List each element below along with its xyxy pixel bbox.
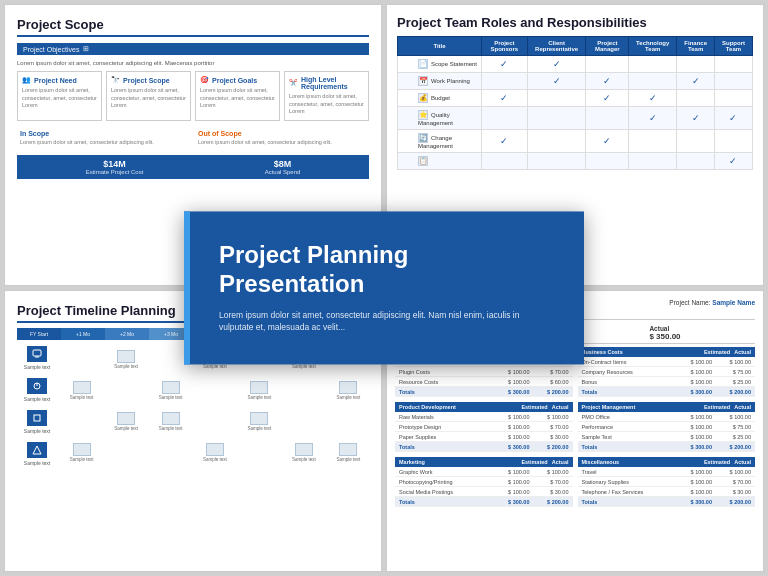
roles-cell-3-1 <box>527 107 586 130</box>
roles-cell-2-5 <box>714 90 752 107</box>
budget-row-4-0: Graphic Work$ 100.00$ 100.00 <box>395 467 573 477</box>
scope-box-need: 👥 Project Need Lorem ipsum dolor sit ame… <box>17 71 102 121</box>
roles-cell-5-2 <box>586 153 629 170</box>
roles-cell-2-3: ✓ <box>629 90 677 107</box>
budget-row-3-3: Totals$ 300.00$ 200.00 <box>578 442 756 452</box>
roles-cell-3-3: ✓ <box>629 107 677 130</box>
budget-row-1-1: Company Resources$ 100.00$ 75.00 <box>578 367 756 377</box>
tl-cell-2-1: Sample text <box>105 408 146 436</box>
roles-cell-0-3 <box>629 56 677 73</box>
tl-item-1: Sample text <box>17 346 57 370</box>
budget-row-1-3: Totals$ 300.00$ 200.00 <box>578 387 756 397</box>
scope-box-scope: 🔭 Project Scope Lorem ipsum dolor sit am… <box>106 71 191 121</box>
scope-box-requirements: ✂️ High Level Requirements Lorem ipsum d… <box>284 71 369 121</box>
tl-cell-1-5 <box>283 377 324 405</box>
roles-row-title-5: 📋 <box>398 153 482 170</box>
roles-cell-1-3 <box>629 73 677 90</box>
budget-row-5-3: Totals$ 300.00$ 200.00 <box>578 497 756 507</box>
in-scope: In Scope Lorem ipsum dolor sit amet, con… <box>17 127 191 150</box>
roles-cell-1-4: ✓ <box>677 73 715 90</box>
goals-icon: 🎯 <box>200 76 209 84</box>
tl-icon-1 <box>27 346 47 362</box>
budget-row-3-2: Sample Text$ 100.00$ 25.00 <box>578 432 756 442</box>
center-overlay: Project Planning Presentation Lorem ipsu… <box>184 211 584 364</box>
roles-cell-1-0 <box>481 73 527 90</box>
col-sponsors: Project Sponsors <box>481 37 527 56</box>
tl-cell-1-0: Sample text <box>61 377 102 405</box>
roles-row-title-3: ⭐Quality Management <box>398 107 482 130</box>
svg-rect-0 <box>33 350 41 356</box>
actual-spend: $8M Actual Spend <box>265 159 301 175</box>
roles-cell-1-1: ✓ <box>527 73 586 90</box>
tl-cell-1-1 <box>105 377 146 405</box>
roles-cell-4-3 <box>629 130 677 153</box>
overlay-title: Project Planning Presentation <box>219 241 549 299</box>
budget-row-1-0: On-Contract Items$ 100.00$ 100.00 <box>578 357 756 367</box>
budget-row-0-1: Plugin Costs$ 100.00$ 70.00 <box>395 367 573 377</box>
tl-cell-2-0 <box>61 408 102 436</box>
budget-section-header-1: Business CostsEstimatedActual <box>578 347 756 357</box>
budget-section-1: Business CostsEstimatedActualOn-Contract… <box>578 347 756 397</box>
requirements-icon: ✂️ <box>289 79 298 87</box>
budget-section-header-4: MarketingEstimatedActual <box>395 457 573 467</box>
col-support: Support Team <box>714 37 752 56</box>
slide1-description: Lorem ipsum dolor sit amet, consectetur … <box>17 60 369 66</box>
tl-cell-3-5: Sample text <box>283 438 324 466</box>
roles-cell-3-4: ✓ <box>677 107 715 130</box>
budget-section-header-3: Project ManagementEstimatedActual <box>578 402 756 412</box>
roles-cell-5-3 <box>629 153 677 170</box>
budget-section-3: Project ManagementEstimatedActualPMO Off… <box>578 402 756 452</box>
roles-cell-2-2: ✓ <box>586 90 629 107</box>
cost-bar: $14M Estimate Project Cost $8M Actual Sp… <box>17 155 369 179</box>
budget-row-2-0: Raw Materials$ 100.00$ 100.00 <box>395 412 573 422</box>
tl-cell-3-1 <box>105 438 146 466</box>
roles-cell-5-0 <box>481 153 527 170</box>
phase-2: +2 Mo <box>105 328 149 340</box>
budget-row-2-1: Prototype Design$ 100.00$ 70.00 <box>395 422 573 432</box>
budget-row-2-2: Paper Supplies$ 100.00$ 30.00 <box>395 432 573 442</box>
tl-item-4: Sample text <box>17 442 57 466</box>
tl-cell-0-1: Sample text <box>105 346 146 374</box>
overlay-left-bar <box>184 211 190 364</box>
tl-cell-2-4: Sample text <box>239 408 280 436</box>
tl-cell-2-3 <box>194 408 235 436</box>
actual-header: Actual $ 350.00 <box>649 325 680 341</box>
slide1-title: Project Scope <box>17 17 369 37</box>
budget-row-4-2: Social Media Postings$ 100.00$ 30.00 <box>395 487 573 497</box>
roles-cell-0-1: ✓ <box>527 56 586 73</box>
in-out-scope-section: In Scope Lorem ipsum dolor sit amet, con… <box>17 127 369 150</box>
col-tech-team: Technology Team <box>629 37 677 56</box>
phase-0: FY Start <box>17 328 61 340</box>
tab-icon: ⊞ <box>83 45 89 53</box>
tl-cell-3-0: Sample text <box>61 438 102 466</box>
roles-cell-4-0: ✓ <box>481 130 527 153</box>
slide2-title: Project Team Roles and Responsibilities <box>397 15 753 30</box>
tl-cell-1-6: Sample text <box>328 377 369 405</box>
roles-cell-3-0 <box>481 107 527 130</box>
tl-cell-3-4 <box>239 438 280 466</box>
budget-row-4-1: Photocopying/Printing$ 100.00$ 70.00 <box>395 477 573 487</box>
roles-cell-2-4 <box>677 90 715 107</box>
budget-section-header-5: MiscellaneousEstimatedActual <box>578 457 756 467</box>
budget-section-2: Product DevelopmentEstimatedActualRaw Ma… <box>395 402 573 452</box>
roles-cell-0-0: ✓ <box>481 56 527 73</box>
need-icon: 👥 <box>22 76 31 84</box>
roles-cell-5-5: ✓ <box>714 153 752 170</box>
col-client-rep: Client Representative <box>527 37 586 56</box>
roles-cell-4-5 <box>714 130 752 153</box>
tl-cell-2-6 <box>328 408 369 436</box>
tl-cell-1-4: Sample text <box>239 377 280 405</box>
budget-row-1-2: Bonus$ 100.00$ 25.00 <box>578 377 756 387</box>
roles-row-title-4: 🔄Change Management <box>398 130 482 153</box>
roles-row-title-1: 📅Work Planning <box>398 73 482 90</box>
roles-cell-3-5: ✓ <box>714 107 752 130</box>
roles-cell-4-2: ✓ <box>586 130 629 153</box>
budget-row-4-3: Totals$ 300.00$ 200.00 <box>395 497 573 507</box>
tl-icon-2 <box>27 378 47 394</box>
svg-rect-4 <box>34 415 40 421</box>
roles-row-title-2: 💰Budget <box>398 90 482 107</box>
tl-cell-1-3 <box>194 377 235 405</box>
budget-row-5-0: Travel$ 100.00$ 100.00 <box>578 467 756 477</box>
tl-cell-1-2: Sample text <box>150 377 191 405</box>
roles-cell-0-4 <box>677 56 715 73</box>
